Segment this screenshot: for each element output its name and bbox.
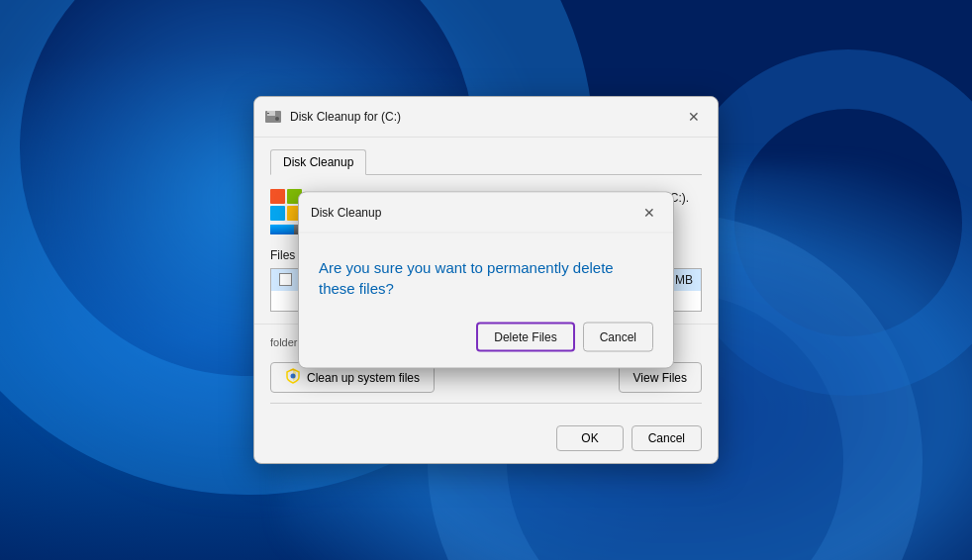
confirm-body: Are you sure you want to permanently del… (299, 233, 673, 368)
disk-cleanup-titlebar: Disk Cleanup for (C:) ✕ (254, 97, 718, 138)
dialog-overlay: Disk Cleanup for (C:) ✕ Disk Cleanup (0, 0, 972, 560)
shield-icon (285, 368, 301, 387)
disk-icon (264, 108, 282, 126)
confirm-titlebar: Disk Cleanup ✕ (299, 193, 673, 233)
confirm-dialog: Disk Cleanup ✕ Are you sure you want to … (298, 192, 674, 369)
confirm-dialog-title: Disk Cleanup (311, 206, 381, 220)
ok-cancel-area: OK Cancel (254, 418, 718, 463)
svg-point-4 (291, 374, 296, 379)
delete-files-button[interactable]: Delete Files (476, 323, 574, 352)
main-dialog-close-button[interactable]: ✕ (682, 105, 706, 129)
divider (270, 403, 702, 404)
svg-rect-3 (267, 113, 269, 114)
main-dialog-wrapper: Disk Cleanup for (C:) ✕ Disk Cleanup (253, 96, 719, 465)
confirm-close-button[interactable]: ✕ (637, 201, 661, 225)
windows-icon-tl (270, 189, 285, 204)
titlebar-left: Disk Cleanup for (C:) (264, 108, 401, 126)
confirm-question-text: Are you sure you want to permanently del… (319, 257, 653, 299)
disk-cleanup-title: Disk Cleanup for (C:) (290, 110, 401, 124)
main-cancel-button[interactable]: Cancel (632, 425, 702, 451)
tab-disk-cleanup[interactable]: Disk Cleanup (270, 149, 366, 175)
confirm-cancel-button[interactable]: Cancel (583, 323, 653, 352)
file-checkbox[interactable] (279, 273, 292, 286)
windows-icon-bl (270, 206, 285, 221)
ok-button[interactable]: OK (556, 425, 623, 451)
tab-bar: Disk Cleanup (270, 149, 702, 175)
confirm-buttons: Delete Files Cancel (319, 323, 653, 352)
svg-point-2 (275, 117, 279, 121)
cleanup-button-label: Clean up system files (307, 371, 420, 385)
